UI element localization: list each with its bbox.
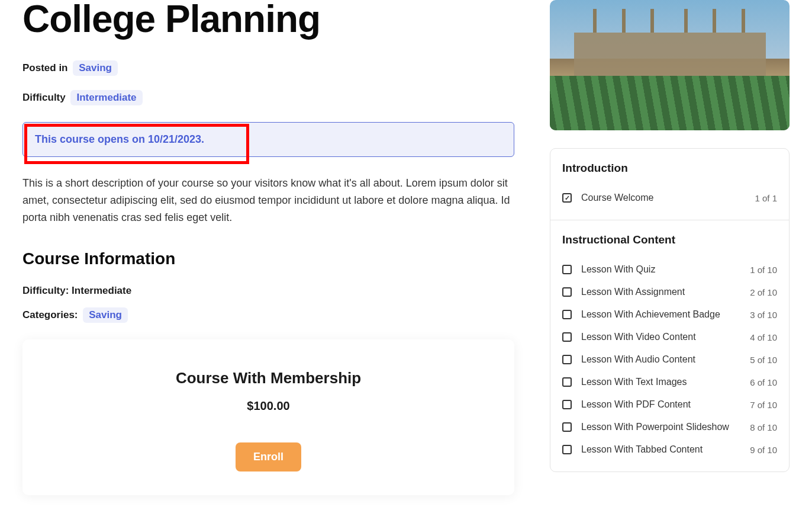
- lesson-progress: 3 of 10: [750, 310, 777, 320]
- outline-section: Instructional ContentLesson With Quiz1 o…: [550, 220, 789, 471]
- checkbox-icon: [562, 287, 572, 297]
- lesson-progress: 6 of 10: [750, 377, 777, 387]
- membership-title: Course With Membership: [40, 369, 497, 387]
- notice-text: This course opens on 10/21/2023.: [35, 133, 204, 145]
- checkbox-icon: [562, 332, 572, 342]
- lesson-title: Course Welcome: [581, 193, 745, 203]
- page-title: College Planning: [22, 0, 514, 38]
- lesson-row[interactable]: Lesson With PDF Content7 of 10: [562, 393, 777, 416]
- outline-section: IntroductionCourse Welcome1 of 1: [550, 149, 789, 220]
- outline-section-heading: Introduction: [562, 162, 777, 175]
- difficulty-label: Difficulty: [22, 92, 66, 103]
- categories-info: Categories: Saving: [22, 307, 514, 323]
- lesson-title: Lesson With Text Images: [581, 377, 740, 387]
- lesson-title: Lesson With Assignment: [581, 287, 740, 297]
- lesson-row[interactable]: Lesson With Quiz1 of 10: [562, 258, 777, 281]
- lesson-progress: 4 of 10: [750, 332, 777, 342]
- course-info-heading: Course Information: [22, 249, 514, 268]
- checkbox-icon: [562, 400, 572, 409]
- outline-section-heading: Instructional Content: [562, 233, 777, 246]
- course-outline: IntroductionCourse Welcome1 of 1Instruct…: [550, 148, 790, 472]
- lesson-title: Lesson With Video Content: [581, 332, 740, 342]
- lesson-title: Lesson With PDF Content: [581, 399, 740, 410]
- lesson-progress: 1 of 10: [750, 265, 777, 275]
- lesson-row[interactable]: Lesson With Powerpoint Slideshow8 of 10: [562, 416, 777, 438]
- lesson-row[interactable]: Lesson With Video Content4 of 10: [562, 326, 777, 348]
- categories-label: Categories:: [22, 309, 78, 320]
- lesson-progress: 5 of 10: [750, 355, 777, 365]
- lesson-title: Lesson With Audio Content: [581, 354, 740, 365]
- lesson-progress: 1 of 1: [755, 193, 777, 203]
- course-description: This is a short description of your cour…: [22, 175, 514, 226]
- difficulty-badge: Intermediate: [70, 90, 142, 105]
- lesson-row[interactable]: Lesson With Assignment2 of 10: [562, 281, 777, 303]
- checkbox-icon: [562, 310, 572, 319]
- lesson-progress: 2 of 10: [750, 287, 777, 297]
- lesson-row[interactable]: Lesson With Tabbed Content9 of 10: [562, 438, 777, 461]
- posted-in-label: Posted in: [22, 62, 68, 73]
- lesson-row[interactable]: Lesson With Achievement Badge3 of 10: [562, 303, 777, 326]
- enroll-button[interactable]: Enroll: [236, 442, 301, 471]
- difficulty-row: Difficulty Intermediate: [22, 90, 514, 105]
- lesson-title: Lesson With Achievement Badge: [581, 309, 740, 320]
- lesson-row[interactable]: Course Welcome1 of 1: [562, 187, 777, 209]
- posted-in-badge[interactable]: Saving: [73, 60, 118, 76]
- lesson-progress: 9 of 10: [750, 445, 777, 455]
- lesson-progress: 7 of 10: [750, 400, 777, 410]
- difficulty-info: Difficulty: Intermediate: [22, 285, 514, 297]
- membership-price: $100.00: [40, 399, 497, 413]
- posted-in-row: Posted in Saving: [22, 60, 514, 76]
- membership-card: Course With Membership $100.00 Enroll: [22, 339, 514, 495]
- lesson-progress: 8 of 10: [750, 422, 777, 432]
- categories-badge[interactable]: Saving: [83, 307, 128, 323]
- checkbox-icon: [562, 355, 572, 364]
- lesson-title: Lesson With Quiz: [581, 264, 740, 275]
- checkbox-icon: [562, 422, 572, 432]
- checkbox-checked-icon: [562, 193, 572, 203]
- lesson-row[interactable]: Lesson With Text Images6 of 10: [562, 371, 777, 393]
- lesson-title: Lesson With Powerpoint Slideshow: [581, 422, 740, 432]
- lesson-title: Lesson With Tabbed Content: [581, 444, 740, 455]
- checkbox-icon: [562, 265, 572, 274]
- checkbox-icon: [562, 445, 572, 454]
- lesson-row[interactable]: Lesson With Audio Content5 of 10: [562, 348, 777, 371]
- course-open-notice: This course opens on 10/21/2023.: [22, 122, 514, 157]
- course-hero-image: [550, 0, 790, 130]
- checkbox-icon: [562, 377, 572, 387]
